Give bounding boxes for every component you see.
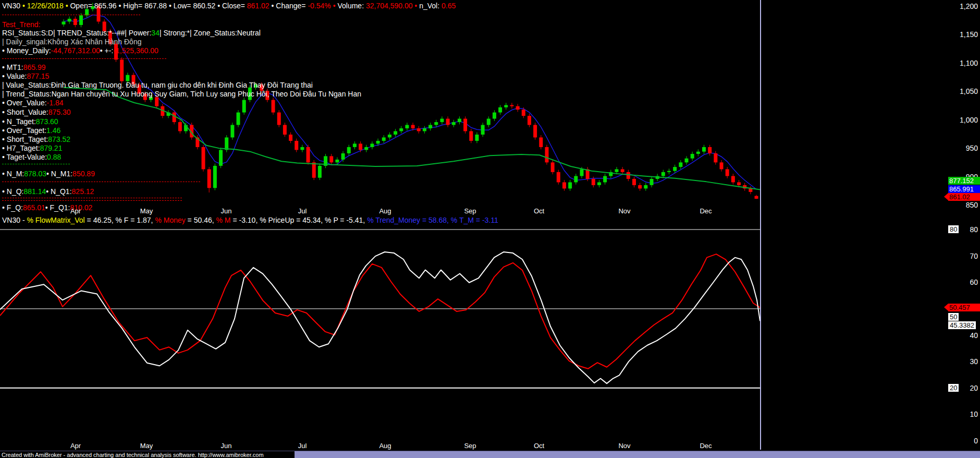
info-line-segment: 873.52	[48, 135, 70, 143]
info-line: • Over_Value:-1.84	[2, 99, 64, 107]
info-line-segment: Test_Trend:	[2, 20, 40, 29]
quote-header-segment: • Close=	[217, 2, 247, 10]
month-label: May	[140, 442, 153, 450]
month-label: Sep	[464, 442, 476, 450]
oscillator-last-value-badge: 50.457	[948, 304, 980, 311]
info-line: • H7_Taget:879.21	[2, 144, 62, 152]
info-line-segment: 34	[151, 29, 160, 37]
info-line-segment: • N_Taget:	[2, 117, 36, 126]
info-line: | Value_Status:Đinh Gia Tang Truong. Đâu…	[2, 81, 313, 89]
price-tick-label: 1,100	[960, 59, 978, 67]
oscillator-tick-label: 60	[970, 278, 978, 286]
info-line-segment: | Value_Status:Đinh Gia Tang Truong. Đâu…	[2, 81, 313, 89]
info-line-segment: • Money_Daily:	[2, 46, 51, 55]
info-line-segment: RSI_Status:S:D| TREND_Status:*--##| Powe…	[2, 29, 151, 37]
oscillator-title-segment: = 46.25, % F = 1.87,	[85, 216, 155, 224]
quote-header-segment: •	[20, 2, 27, 10]
quote-header-segment: 32,704,590.00	[366, 2, 414, 10]
quote-header-segment: •	[64, 2, 70, 10]
info-line-segment: 873.60	[36, 117, 58, 126]
oscillator-title-segment: % Money	[155, 216, 185, 224]
info-line-segment: -44,767,312.00	[51, 46, 100, 55]
quote-header-segment: • High= 867.88	[119, 2, 169, 10]
info-line-segment: | Strong:*| Zone_Status:Neutral	[160, 29, 261, 37]
month-label: Apr	[70, 442, 81, 450]
price-marker-last: 861.02	[948, 193, 980, 201]
info-line-segment: • F_Q:	[2, 203, 23, 212]
info-line-segment: • N_Q:	[2, 187, 23, 196]
price-marker-ma: 865.991	[948, 185, 980, 193]
month-label: Sep	[464, 207, 476, 215]
info-line: • Taget-Value:0.88	[2, 153, 61, 161]
quote-header-segment: VN30	[2, 2, 20, 10]
info-line: | Daily_singal:Không Xác Nhân Hành Đông	[2, 38, 141, 46]
oscillator-title-segment: % Trend_Money = 58.68, % T_M = -3.11	[367, 216, 498, 224]
quote-header-segment: n_Vol:	[419, 2, 442, 10]
oscillator-title-segment: = -3.10, % PriceUp = 45.34, % P = -5.41,	[231, 216, 368, 224]
quote-header-segment: 0.65	[442, 2, 456, 10]
separator-line	[2, 15, 140, 15]
quote-header-segment: Open= 865.96	[70, 2, 118, 10]
info-line-segment: • N_M1:	[46, 170, 72, 178]
separator-line	[2, 58, 166, 59]
info-line-segment: • H7_Taget:	[2, 144, 40, 152]
month-label: Dec	[700, 442, 712, 450]
oscillator-tick-label: 20	[970, 384, 978, 392]
amibroker-window: VN30 • 12/26/2018 • Open= 865.96 • High=…	[0, 0, 980, 458]
oscillator-tick-label: 30	[970, 357, 978, 366]
info-line: | Trend_Status:Ngan Han chuyên tu Xu Huo…	[2, 90, 361, 98]
info-line-segment: 881.14	[23, 187, 46, 196]
info-line: • Short_Value:875.30	[2, 109, 71, 116]
quote-header-segment: • Low= 860.52	[169, 2, 217, 10]
quote-header-segment: •	[414, 2, 419, 10]
oscillator-guide-box: 80	[948, 225, 959, 233]
month-label: Dec	[700, 207, 712, 215]
info-line: • N_M:878.03• N_M1:850.89	[2, 170, 95, 178]
info-line-segment: 1.46	[46, 126, 60, 135]
info-line: • Over_Taget:1.46	[2, 127, 60, 135]
info-line: • Short_Taget:873.52	[2, 136, 70, 143]
month-label: Oct	[534, 207, 544, 215]
quote-header-segment: Volume:	[337, 2, 365, 10]
quote-header-segment: • Change=	[272, 2, 308, 10]
info-line-segment: 865.99	[23, 63, 46, 71]
info-line-segment: • +-:	[100, 46, 114, 55]
quote-header-segment: 12/26/2018	[27, 2, 64, 10]
price-tick-label: 1,050	[960, 87, 978, 95]
oscillator-title-segment: VN30 -	[2, 216, 27, 224]
month-label: Jul	[298, 442, 307, 450]
amibroker-credit-text: Created with AmiBroker - advanced charti…	[2, 452, 264, 458]
quote-header-segment: 861.02	[247, 2, 272, 10]
oscillator-guide-box: 20	[948, 384, 959, 392]
oscillator-panel[interactable]	[0, 228, 761, 441]
price-tick-label: 1,200	[960, 2, 978, 10]
month-label: Aug	[379, 207, 391, 215]
info-line-segment: 878.03	[24, 170, 46, 178]
oscillator-tick-label: 0	[974, 437, 978, 445]
month-label: Jun	[221, 442, 232, 450]
oscillator-white-value-box: 45.3382	[948, 321, 976, 329]
info-line-segment: • Over_Value:	[2, 99, 47, 107]
quote-header-segment: -0.54%	[308, 2, 333, 10]
separator-line	[2, 182, 200, 182]
oscillator-tick-label: 10	[970, 410, 978, 418]
info-line-segment: 850.89	[72, 170, 95, 178]
info-line-segment: -1.84	[47, 99, 64, 107]
info-line: • Money_Daily:-44,767,312.00• +-:-1,525,…	[2, 47, 158, 55]
info-line-segment: 879.21	[40, 144, 63, 152]
separator-line	[2, 164, 70, 164]
info-line-segment: • Over_Taget:	[2, 126, 46, 135]
info-line: Test_Trend:	[2, 21, 40, 29]
month-label: Aug	[379, 442, 391, 450]
price-tick-label: 1,000	[960, 116, 978, 124]
month-label: Nov	[618, 442, 630, 450]
oscillator-50-box: 50	[948, 313, 959, 321]
info-line: • N_Taget:873.60	[2, 118, 58, 126]
info-line-segment: • Short_Taget:	[2, 135, 48, 143]
month-label: Nov	[618, 207, 630, 215]
info-line-segment: 875.30	[48, 108, 71, 116]
info-line: • Value:877.15	[2, 73, 49, 80]
oscillator-title-segment: % FlowMatrix_Vol	[27, 216, 84, 224]
info-line-segment: • Value:	[2, 72, 27, 80]
info-line-segment: • MT1:	[2, 63, 23, 71]
